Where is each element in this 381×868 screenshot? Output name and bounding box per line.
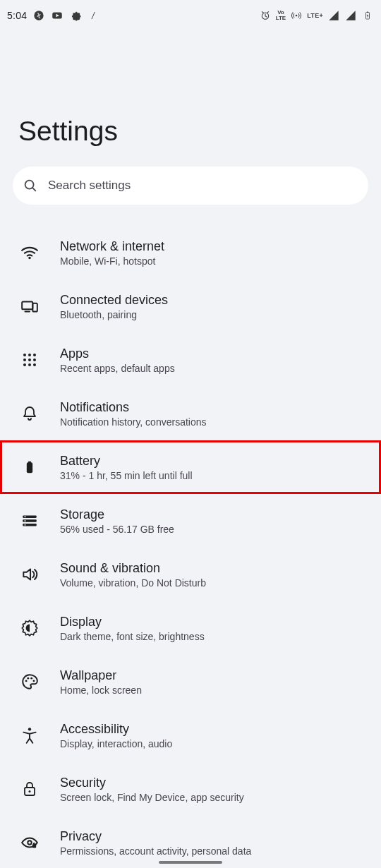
settings-item-title: Apps	[60, 346, 175, 361]
svg-rect-10	[22, 302, 32, 310]
settings-item-subtitle: Home, lock screen	[60, 685, 142, 696]
settings-list: Network & internet Mobile, Wi-Fi, hotspo…	[0, 226, 381, 868]
alarm-icon	[259, 9, 272, 22]
settings-item-texts: Wallpaper Home, lock screen	[60, 668, 142, 696]
settings-item-security[interactable]: Security Screen lock, Find My Device, ap…	[0, 762, 381, 816]
extension-icon	[69, 9, 82, 22]
wifi-icon	[18, 241, 42, 265]
settings-item-storage[interactable]: Storage 56% used - 56.17 GB free	[0, 494, 381, 548]
svg-point-30	[25, 680, 28, 682]
speaker-icon	[18, 562, 42, 586]
search-icon	[23, 178, 38, 193]
settings-item-sound[interactable]: Sound & vibration Volume, vibration, Do …	[0, 548, 381, 601]
svg-point-20	[28, 363, 31, 366]
settings-item-title: Accessibility	[60, 722, 172, 737]
status-left: 5:04	[7, 9, 100, 22]
svg-point-37	[28, 840, 31, 844]
settings-item-subtitle: Volume, vibration, Do Not Disturb	[60, 577, 206, 589]
settings-item-apps[interactable]: Apps Recent apps, default apps	[0, 333, 381, 387]
settings-item-texts: Notifications Notification history, conv…	[60, 400, 207, 428]
settings-item-texts: Storage 56% used - 56.17 GB free	[60, 507, 174, 535]
settings-item-texts: Privacy Permissions, account activity, p…	[60, 829, 251, 857]
settings-item-subtitle: 56% used - 56.17 GB free	[60, 524, 174, 535]
settings-item-subtitle: Dark theme, font size, brightness	[60, 631, 205, 642]
svg-point-15	[33, 354, 36, 356]
search-placeholder: Search settings	[48, 179, 131, 193]
settings-item-title: Sound & vibration	[60, 561, 206, 576]
volte-bottom: LTE	[276, 15, 286, 21]
svg-point-14	[28, 354, 31, 356]
settings-item-texts: Display Dark theme, font size, brightnes…	[60, 615, 205, 642]
storage-icon	[18, 509, 42, 533]
settings-item-battery[interactable]: Battery 31% - 1 hr, 55 min left until fu…	[0, 440, 381, 494]
svg-point-19	[23, 363, 26, 366]
slash-icon	[87, 9, 100, 22]
settings-item-wallpaper[interactable]: Wallpaper Home, lock screen	[0, 655, 381, 709]
settings-item-texts: Connected devices Bluetooth, pairing	[60, 293, 168, 320]
svg-point-18	[33, 358, 36, 361]
svg-point-4	[296, 15, 298, 17]
settings-item-subtitle: Notification history, conversations	[60, 416, 207, 428]
settings-item-subtitle: Recent apps, default apps	[60, 363, 175, 374]
settings-item-texts: Network & internet Mobile, Wi-Fi, hotspo…	[60, 239, 164, 267]
settings-item-title: Wallpaper	[60, 668, 142, 683]
settings-item-connected-devices[interactable]: Connected devices Bluetooth, pairing	[0, 279, 381, 333]
svg-point-28	[25, 520, 26, 522]
svg-rect-12	[32, 303, 37, 312]
settings-item-accessibility[interactable]: Accessibility Display, interaction, audi…	[0, 709, 381, 762]
settings-item-privacy[interactable]: Privacy Permissions, account activity, p…	[0, 816, 381, 868]
settings-item-notifications[interactable]: Notifications Notification history, conv…	[0, 387, 381, 440]
devices-icon	[18, 294, 42, 318]
svg-point-0	[35, 11, 44, 20]
settings-item-network[interactable]: Network & internet Mobile, Wi-Fi, hotspo…	[0, 226, 381, 279]
apps-grid-icon	[18, 348, 42, 372]
search-input[interactable]: Search settings	[13, 167, 368, 205]
lte-plus-label: LTE+	[307, 12, 323, 19]
volte-icon: Vo LTE	[276, 10, 286, 21]
svg-point-17	[28, 358, 31, 361]
settings-item-title: Notifications	[60, 400, 207, 415]
svg-point-31	[27, 677, 29, 680]
settings-item-texts: Apps Recent apps, default apps	[60, 346, 175, 374]
settings-item-display[interactable]: Display Dark theme, font size, brightnes…	[0, 601, 381, 655]
svg-rect-39	[33, 843, 35, 845]
shazam-icon	[32, 9, 45, 22]
signal-icon-1	[327, 9, 340, 22]
svg-rect-6	[367, 12, 368, 13]
accessibility-icon	[18, 723, 42, 747]
status-right: Vo LTE LTE+	[259, 9, 374, 22]
status-bar: 5:04 Vo LTE LTE+	[0, 0, 381, 31]
settings-item-title: Privacy	[60, 829, 251, 844]
battery-status-icon	[361, 9, 374, 22]
svg-point-13	[23, 354, 26, 356]
settings-item-title: Storage	[60, 507, 174, 522]
svg-point-29	[25, 524, 26, 526]
svg-point-36	[29, 790, 31, 792]
svg-line-8	[32, 188, 35, 191]
settings-item-texts: Battery 31% - 1 hr, 55 min left until fu…	[60, 454, 193, 481]
svg-rect-23	[28, 462, 31, 464]
settings-item-title: Display	[60, 615, 205, 629]
settings-item-texts: Accessibility Display, interaction, audi…	[60, 722, 172, 749]
svg-point-9	[28, 257, 30, 259]
palette-icon	[18, 670, 42, 694]
brightness-icon	[18, 616, 42, 640]
battery-icon	[18, 455, 42, 479]
svg-point-16	[23, 358, 26, 361]
svg-line-2	[92, 12, 95, 18]
svg-point-27	[25, 516, 26, 517]
settings-item-subtitle: Screen lock, Find My Device, app securit…	[60, 792, 244, 803]
settings-item-title: Battery	[60, 454, 193, 469]
settings-item-subtitle: Permissions, account activity, personal …	[60, 845, 251, 857]
svg-point-21	[33, 363, 36, 366]
signal-icon-2	[344, 9, 357, 22]
svg-point-33	[33, 680, 35, 682]
svg-point-34	[28, 728, 31, 730]
status-time: 5:04	[7, 10, 27, 21]
svg-point-32	[30, 677, 32, 680]
settings-item-subtitle: Bluetooth, pairing	[60, 309, 168, 320]
settings-item-subtitle: Display, interaction, audio	[60, 738, 172, 749]
bell-icon	[18, 402, 42, 426]
settings-item-subtitle: 31% - 1 hr, 55 min left until full	[60, 470, 193, 481]
page-title: Settings	[0, 31, 381, 167]
